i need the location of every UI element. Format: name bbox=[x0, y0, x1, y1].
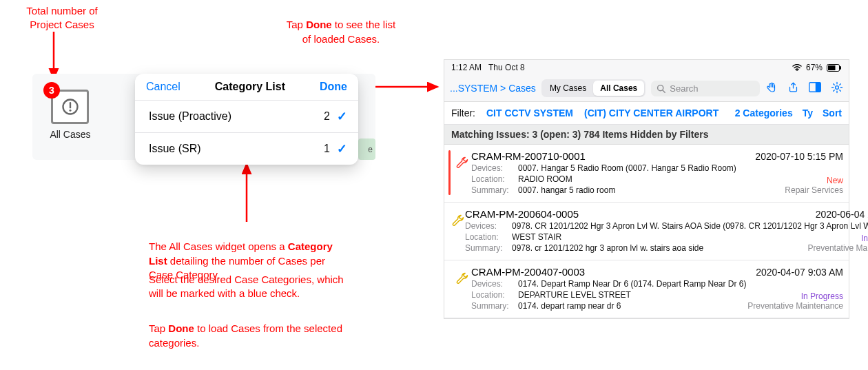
field-key: Devices: bbox=[471, 279, 513, 289]
case-status: In Progress bbox=[745, 291, 843, 301]
case-row[interactable]: CRAM-PM-200407-0003 2020-04-07 9:03 AM D… bbox=[444, 260, 849, 318]
case-status: In Progress bbox=[805, 234, 868, 243]
peek-behind-popup: e bbox=[358, 138, 375, 160]
cases-list: CRAM-RM-200710-0001 2020-07-10 5:15 PM D… bbox=[444, 145, 849, 318]
wrench-icon bbox=[453, 266, 471, 311]
svg-rect-13 bbox=[816, 83, 821, 92]
svg-point-6 bbox=[796, 70, 798, 71]
search-input[interactable]: Search bbox=[651, 81, 760, 96]
case-type: Preventative Maintenance bbox=[745, 301, 843, 311]
tab-all-cases[interactable]: All Cases bbox=[593, 81, 644, 96]
field-key: Location: bbox=[471, 290, 513, 300]
case-devices: 0174. Depart Ramp Near Dr 6 (0174. Depar… bbox=[518, 279, 843, 289]
wrench-icon bbox=[451, 208, 465, 253]
field-key: Summary: bbox=[471, 185, 513, 195]
field-key: Location: bbox=[465, 232, 506, 242]
svg-rect-8 bbox=[828, 65, 836, 70]
navbar: ...SYSTEM > Cases My Cases All Cases Sea… bbox=[444, 75, 849, 102]
checkmark-icon: ✓ bbox=[337, 141, 347, 156]
filter-airport[interactable]: (CIT) CITY CENTER AIRPORT bbox=[584, 107, 719, 119]
search-icon bbox=[657, 84, 665, 93]
widget-label: All Cases bbox=[43, 129, 97, 140]
statusbar-time: 1:12 AM bbox=[451, 63, 482, 72]
annotation-para-3: Tap Done to load Cases from the selected… bbox=[149, 308, 369, 350]
cases-list-screen: 1:12 AM Thu Oct 8 67% ...SYSTEM > Cases … bbox=[444, 59, 849, 319]
case-summary: 0978. cr 1201/1202 hgr 3 apron lvl w. st… bbox=[512, 243, 800, 253]
category-row-proactive[interactable]: Issue (Proactive) 2 ✓ bbox=[135, 101, 358, 133]
case-status: New bbox=[745, 176, 843, 185]
filter-system[interactable]: CIT CCTV SYSTEM bbox=[486, 107, 573, 119]
case-location: WEST STAIR bbox=[512, 232, 800, 242]
battery-percent: 67% bbox=[806, 63, 823, 72]
case-devices: 0978. CR 1201/1202 Hgr 3 Apron Lvl W. St… bbox=[512, 221, 868, 231]
svg-rect-9 bbox=[840, 66, 841, 70]
case-title: CRAM-RM-200710-0001 bbox=[471, 150, 586, 162]
filter-categories[interactable]: 2 Categories bbox=[735, 107, 793, 119]
filter-type[interactable]: Ty bbox=[803, 107, 813, 119]
case-location: RADIO ROOM bbox=[518, 174, 740, 184]
exclamation-circle-icon bbox=[61, 97, 80, 116]
case-date: 2020-06-04 2:05 PM bbox=[816, 209, 868, 220]
annotation-tap-done: Tap Done to see the list of loaded Cases… bbox=[269, 4, 413, 46]
popup-title: Category List bbox=[215, 81, 285, 93]
checkmark-icon: ✓ bbox=[337, 109, 347, 124]
case-date: 2020-07-10 5:15 PM bbox=[755, 151, 843, 162]
filter-bar: Filter: CIT CCTV SYSTEM (CIT) CITY CENTE… bbox=[444, 102, 849, 125]
category-count: 1 bbox=[324, 143, 330, 155]
case-summary: 0174. depart ramp near dr 6 bbox=[518, 301, 740, 311]
popup-header: Cancel Category List Done bbox=[135, 74, 358, 101]
wrench-icon bbox=[453, 150, 471, 195]
nav-icons bbox=[765, 81, 843, 96]
case-title: CRAM-PM-200604-0005 bbox=[465, 208, 579, 220]
widget-badge: 3 bbox=[43, 82, 60, 99]
category-count: 2 bbox=[324, 110, 330, 123]
case-location: DEPARTURE LEVEL STREET bbox=[518, 290, 740, 300]
category-label: Issue (Proactive) bbox=[149, 110, 231, 123]
annotation-para-2: Select the desired Case Categories, whic… bbox=[149, 273, 369, 301]
tab-my-cases[interactable]: My Cases bbox=[543, 81, 593, 96]
filter-sort[interactable]: Sort bbox=[823, 107, 842, 119]
case-summary: 0007. hangar 5 radio room bbox=[518, 185, 740, 195]
search-placeholder: Search bbox=[670, 83, 698, 94]
wifi-icon bbox=[792, 64, 802, 71]
case-devices: 0007. Hangar 5 Radio Room (0007. Hangar … bbox=[518, 163, 843, 173]
case-date: 2020-04-07 9:03 AM bbox=[756, 267, 843, 278]
svg-line-11 bbox=[663, 90, 665, 92]
case-status-bar bbox=[448, 266, 451, 311]
category-list-popup: Cancel Category List Done Issue (Proacti… bbox=[135, 74, 358, 165]
case-title: CRAM-PM-200407-0003 bbox=[471, 266, 585, 278]
gear-icon[interactable] bbox=[831, 81, 843, 96]
sidebar-toggle-icon[interactable] bbox=[809, 82, 821, 94]
field-key: Devices: bbox=[471, 163, 513, 173]
hand-icon[interactable] bbox=[765, 81, 778, 96]
share-icon[interactable] bbox=[787, 81, 799, 95]
annotation-total-cases: Total number of Project Cases bbox=[14, 4, 110, 32]
statusbar-date: Thu Oct 8 bbox=[488, 63, 525, 72]
breadcrumb[interactable]: ...SYSTEM > Cases bbox=[450, 83, 536, 94]
category-row-sr[interactable]: Issue (SR) 1 ✓ bbox=[135, 133, 358, 165]
svg-point-5 bbox=[69, 110, 71, 112]
tab-segmented-control: My Cases All Cases bbox=[541, 79, 645, 97]
field-key: Devices: bbox=[465, 221, 506, 231]
case-status-bar bbox=[448, 150, 451, 195]
arrow-to-category-row bbox=[241, 160, 255, 226]
field-key: Summary: bbox=[471, 301, 513, 311]
case-type: Repair Services bbox=[745, 185, 843, 195]
case-row[interactable]: CRAM-RM-200710-0001 2020-07-10 5:15 PM D… bbox=[444, 145, 849, 203]
svg-point-14 bbox=[836, 85, 839, 89]
field-key: Location: bbox=[471, 174, 513, 184]
category-label: Issue (SR) bbox=[149, 143, 201, 155]
done-button[interactable]: Done bbox=[320, 81, 347, 93]
battery-icon bbox=[827, 64, 842, 72]
filter-label: Filter: bbox=[451, 107, 475, 119]
case-type: Preventative Maintenance bbox=[805, 243, 868, 253]
field-key: Summary: bbox=[465, 243, 506, 253]
status-bar: 1:12 AM Thu Oct 8 67% bbox=[444, 60, 849, 75]
cancel-button[interactable]: Cancel bbox=[146, 81, 180, 93]
matching-issues-bar: Matching Issues: 3 (open: 3) 784 Items H… bbox=[444, 125, 849, 145]
case-row[interactable]: CRAM-PM-200604-0005 2020-06-04 2:05 PM D… bbox=[444, 203, 849, 260]
